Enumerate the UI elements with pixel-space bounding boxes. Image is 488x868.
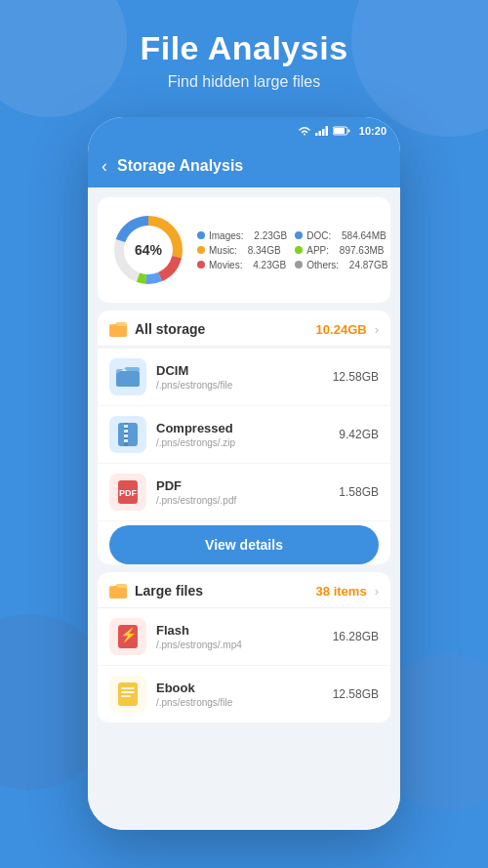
flash-icon: ⚡ <box>117 625 139 648</box>
legend-value-movies: 4.23GB <box>253 260 286 270</box>
legend-value-doc: 584.64MB <box>342 230 386 241</box>
legend-label-others: Others: <box>306 260 339 270</box>
donut-container: 64% <box>109 211 187 289</box>
svg-rect-28 <box>121 691 135 693</box>
svg-rect-20 <box>124 439 128 442</box>
status-icons <box>298 126 350 136</box>
ebook-icon-box <box>109 676 146 713</box>
compressed-name: Compressed <box>156 421 329 435</box>
legend-dot-doc <box>295 231 303 239</box>
dcim-path: /.pns/estrongs/file <box>156 380 323 391</box>
file-item-ebook[interactable]: Ebook /.pns/estrongs/file 12.58GB <box>98 666 390 723</box>
view-details-button[interactable]: View details <box>109 525 379 564</box>
legend-item-images: Images: 2.23GB <box>197 230 287 241</box>
signal-icon <box>315 126 329 136</box>
svg-text:⚡: ⚡ <box>120 627 138 643</box>
large-files-count: 38 items <box>316 584 367 599</box>
svg-rect-19 <box>124 434 128 437</box>
legend-item-doc: DOC: 584.64MB <box>295 230 387 241</box>
svg-rect-14 <box>116 371 140 387</box>
svg-text:PDF: PDF <box>119 488 138 498</box>
svg-rect-3 <box>325 126 328 136</box>
large-files-title: Large files <box>135 583 308 599</box>
all-storage-chevron: › <box>375 322 379 337</box>
phone-content: 64% Images: 2.23GB DOC: 584.64MB Music: … <box>88 187 400 830</box>
page-title: File Analysis <box>0 29 488 67</box>
flash-size: 16.28GB <box>333 630 379 643</box>
phone-mockup: 10:20 ‹ Storage Analysis <box>88 117 400 830</box>
legend-dot-music <box>197 246 205 254</box>
svg-rect-29 <box>121 695 131 697</box>
large-files-section: Large files 38 items › ⚡ Flash / <box>98 572 390 723</box>
legend-item-app: APP: 897.63MB <box>295 245 387 256</box>
file-item-flash[interactable]: ⚡ Flash /.pns/estrongs/.mp4 16.28GB <box>98 608 390 666</box>
svg-rect-5 <box>334 128 345 134</box>
dcim-size: 12.58GB <box>333 370 379 384</box>
compressed-path: /.pns/estrongs/.zip <box>156 437 329 448</box>
page-subtitle: Find hidden large files <box>0 73 488 91</box>
compressed-info: Compressed /.pns/estrongs/.zip <box>156 421 329 448</box>
legend-item-music: Music: 8.34GB <box>197 245 287 256</box>
ebook-name: Ebook <box>156 681 323 695</box>
legend-dot-images <box>197 231 205 239</box>
legend-dot-app <box>295 246 303 254</box>
legend-dot-others <box>295 261 303 269</box>
legend-label-doc: DOC: <box>306 230 331 241</box>
dcim-info: DCIM /.pns/estrongs/file <box>156 363 323 391</box>
legend-item-movies: Movies: 4.23GB <box>197 260 287 270</box>
all-storage-title: All storage <box>135 321 308 337</box>
all-storage-size: 10.24GB <box>316 322 367 337</box>
pdf-name: PDF <box>156 478 329 493</box>
svg-rect-2 <box>322 129 325 136</box>
svg-rect-0 <box>315 133 318 136</box>
wifi-icon <box>298 126 311 136</box>
chart-inner: 64% Images: 2.23GB DOC: 584.64MB Music: … <box>109 211 379 289</box>
ebook-size: 12.58GB <box>333 687 379 701</box>
legend-value-images: 2.23GB <box>254 230 287 241</box>
ebook-icon <box>117 682 139 706</box>
svg-rect-27 <box>121 687 135 689</box>
legend-value-others: 24.87GB <box>349 260 387 270</box>
nav-bar: ‹ Storage Analysis <box>88 145 400 187</box>
ebook-info: Ebook /.pns/estrongs/file <box>156 681 323 708</box>
file-item-dcim[interactable]: DCIM /.pns/estrongs/file 12.58GB <box>98 349 390 406</box>
legend-value-music: 8.34GB <box>248 245 281 256</box>
chart-card: 64% Images: 2.23GB DOC: 584.64MB Music: … <box>98 197 390 303</box>
dcim-icon-box <box>109 358 146 395</box>
battery-icon <box>333 126 350 136</box>
dcim-name: DCIM <box>156 363 323 378</box>
large-files-chevron: › <box>375 584 379 599</box>
large-files-header[interactable]: Large files 38 items › <box>98 572 390 608</box>
flash-name: Flash <box>156 623 323 638</box>
large-file-list: ⚡ Flash /.pns/estrongs/.mp4 16.28GB <box>98 608 390 723</box>
flash-path: /.pns/estrongs/.mp4 <box>156 640 323 650</box>
pdf-path: /.pns/estrongs/.pdf <box>156 495 329 506</box>
legend-label-movies: Movies: <box>209 260 242 270</box>
file-item-compressed[interactable]: Compressed /.pns/estrongs/.zip 9.42GB <box>98 406 390 464</box>
zip-icon <box>117 423 139 446</box>
all-storage-file-list: DCIM /.pns/estrongs/file 12.58GB <box>98 349 390 564</box>
donut-percent-label: 64% <box>135 242 162 258</box>
nav-title: Storage Analysis <box>117 157 243 175</box>
svg-rect-26 <box>118 682 138 706</box>
legend-item-others: Others: 24.87GB <box>295 260 387 270</box>
flash-info: Flash /.pns/estrongs/.mp4 <box>156 623 323 650</box>
svg-rect-18 <box>124 430 128 433</box>
pdf-icon-box: PDF <box>109 474 146 511</box>
legend-dot-movies <box>197 261 205 269</box>
legend-value-app: 897.63MB <box>340 245 385 256</box>
legend-label-images: Images: <box>209 230 244 241</box>
compressed-size: 9.42GB <box>339 428 379 441</box>
legend-label-app: APP: <box>306 245 329 256</box>
all-storage-icon <box>109 320 127 338</box>
svg-rect-1 <box>318 131 321 136</box>
large-files-icon <box>109 582 127 599</box>
pdf-size: 1.58GB <box>339 485 379 499</box>
ebook-path: /.pns/estrongs/file <box>156 697 323 708</box>
all-storage-header[interactable]: All storage 10.24GB › <box>98 310 390 347</box>
legend-label-music: Music: <box>209 245 237 256</box>
back-button[interactable]: ‹ <box>102 156 107 177</box>
pdf-icon: PDF <box>117 480 139 504</box>
file-item-pdf[interactable]: PDF PDF /.pns/estrongs/.pdf 1.58GB <box>98 464 390 521</box>
svg-rect-17 <box>124 425 128 428</box>
